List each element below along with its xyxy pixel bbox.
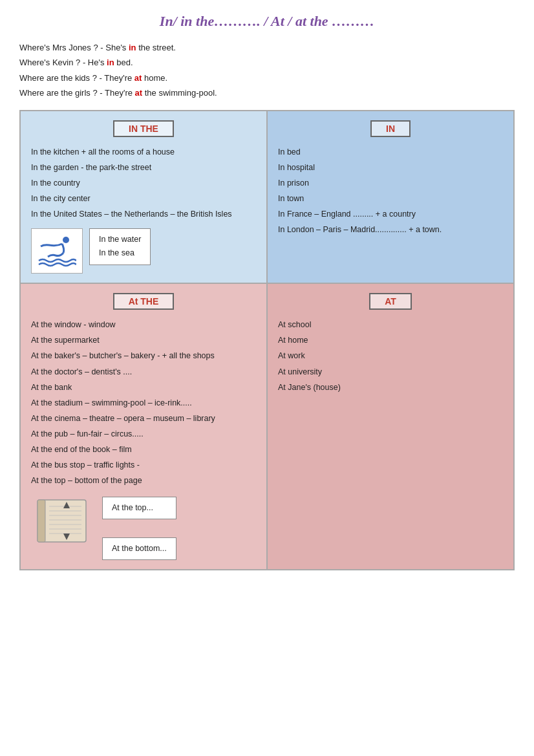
at-the-line-8: At the pub – fun-fair – circus..... <box>31 427 256 442</box>
in-sea-line2: In the sea <box>99 248 134 257</box>
in-the-line-3: In the country <box>31 176 256 191</box>
cell-in-the: IN THE In the kitchen + all the rooms of… <box>20 111 267 284</box>
intro-a2-prefix: - He's <box>83 58 107 67</box>
intro-a1-highlight: in <box>129 43 136 52</box>
intro-a3-highlight: at <box>134 73 142 83</box>
at-line-1: At school <box>278 318 503 332</box>
in-the-image-area: In the water In the sea <box>31 228 256 274</box>
main-grid: IN THE In the kitchen + all the rooms of… <box>19 110 515 571</box>
cell-at-the: At THE At the window - window At the sup… <box>20 283 267 570</box>
in-content: In bed In hospital In prison In town In … <box>278 145 503 238</box>
in-line-6: In London – Paris – Madrid..............… <box>278 222 503 237</box>
at-the-line-11: At the top – bottom of the page <box>31 473 256 488</box>
at-line-5: At Jane's (house) <box>278 380 503 395</box>
intro-a1-suffix: the street. <box>136 43 176 52</box>
intro-a2-suffix: bed. <box>114 58 133 67</box>
at-the-line-3: At the baker's – butcher's – bakery - + … <box>31 349 256 363</box>
intro-a4-suffix: the swimming-pool. <box>142 88 217 98</box>
intro-a3-suffix: home. <box>142 73 167 83</box>
cell-in: IN In bed In hospital In prison In town … <box>267 111 514 284</box>
at-the-line-10: At the bus stop – traffic lights - <box>31 458 256 473</box>
in-the-header-container: IN THE <box>31 120 256 137</box>
in-the-line-2: In the garden - the park-the street <box>31 160 256 175</box>
swim-icon-box <box>31 228 83 274</box>
at-the-line-9: At the end of the book – film <box>31 442 256 457</box>
page-title: In/ in the………. / At / at the ……… <box>19 13 515 30</box>
book-icon-box <box>31 497 96 555</box>
book-text-boxes: At the top... At the bottom... <box>102 497 176 561</box>
in-the-header: IN THE <box>113 120 174 137</box>
intro-a2-highlight: in <box>107 58 114 67</box>
at-content: At school At home At work At university … <box>278 318 503 395</box>
intro-line-1: Where's Mrs Jones ? - She's in the stree… <box>19 40 515 55</box>
intro-q3: Where are the kids ? <box>19 73 97 83</box>
intro-line-2: Where's Kevin ? - He's in bed. <box>19 55 515 70</box>
at-line-2: At home <box>278 333 503 348</box>
in-the-line-1: In the kitchen + all the rooms of a hous… <box>31 145 256 160</box>
at-bottom-text: At the bottom... <box>112 544 167 553</box>
in-header-container: IN <box>278 120 503 137</box>
cell-at: AT At school At home At work At universi… <box>267 283 514 570</box>
at-the-line-2: At the supermarket <box>31 333 256 348</box>
at-the-line-1: At the window - window <box>31 318 256 332</box>
in-header: IN <box>370 120 411 137</box>
intro-section: Where's Mrs Jones ? - She's in the stree… <box>19 40 515 101</box>
swimmer-svg <box>37 233 76 269</box>
at-top-text-box: At the top... <box>102 497 176 519</box>
in-line-3: In prison <box>278 176 503 191</box>
in-line-1: In bed <box>278 145 503 160</box>
at-the-line-6: At the stadium – swimming-pool – ice-rin… <box>31 396 256 411</box>
at-line-4: At university <box>278 365 503 380</box>
svg-rect-2 <box>37 500 45 542</box>
at-the-line-4: At the doctor's – dentist's .... <box>31 365 256 380</box>
at-the-line-5: At the bank <box>31 380 256 395</box>
at-header-container: AT <box>278 293 503 310</box>
intro-line-3: Where are the kids ? - They're at home. <box>19 70 515 85</box>
book-svg <box>31 497 96 555</box>
in-line-5: In France – England ......... + a countr… <box>278 207 503 222</box>
in-line-4: In town <box>278 191 503 206</box>
in-the-line-4: In the city center <box>31 191 256 206</box>
intro-q4: Where are the girls ? <box>19 88 98 98</box>
intro-a3-prefix: - They're <box>100 73 134 83</box>
intro-q1: Where's Mrs Jones ? <box>19 43 98 52</box>
intro-a4-prefix: - They're <box>100 88 134 98</box>
intro-line-4: Where are the girls ? - They're at the s… <box>19 85 515 100</box>
at-bottom-text-box: At the bottom... <box>102 537 176 560</box>
at-top-text: At the top... <box>112 503 153 512</box>
at-the-header-container: At THE <box>31 293 256 310</box>
at-header: AT <box>369 293 412 310</box>
at-the-content: At the window - window At the supermarke… <box>31 318 256 488</box>
intro-a1-prefix: - She's <box>100 43 129 52</box>
in-the-line-5: In the United States – the Netherlands –… <box>31 207 256 222</box>
in-line-2: In hospital <box>278 160 503 175</box>
at-line-3: At work <box>278 349 503 363</box>
in-water-text-box: In the water In the sea <box>89 228 151 265</box>
in-the-content: In the kitchen + all the rooms of a hous… <box>31 145 256 222</box>
intro-a4-highlight: at <box>135 88 143 98</box>
in-water-line1: In the water <box>99 235 141 244</box>
at-the-line-7: At the cinema – theatre – opera – museum… <box>31 411 256 426</box>
intro-q2: Where's Kevin ? <box>19 58 80 67</box>
svg-point-0 <box>63 237 69 243</box>
at-the-book-area: At the top... At the bottom... <box>31 497 256 561</box>
at-the-header: At THE <box>113 293 175 310</box>
